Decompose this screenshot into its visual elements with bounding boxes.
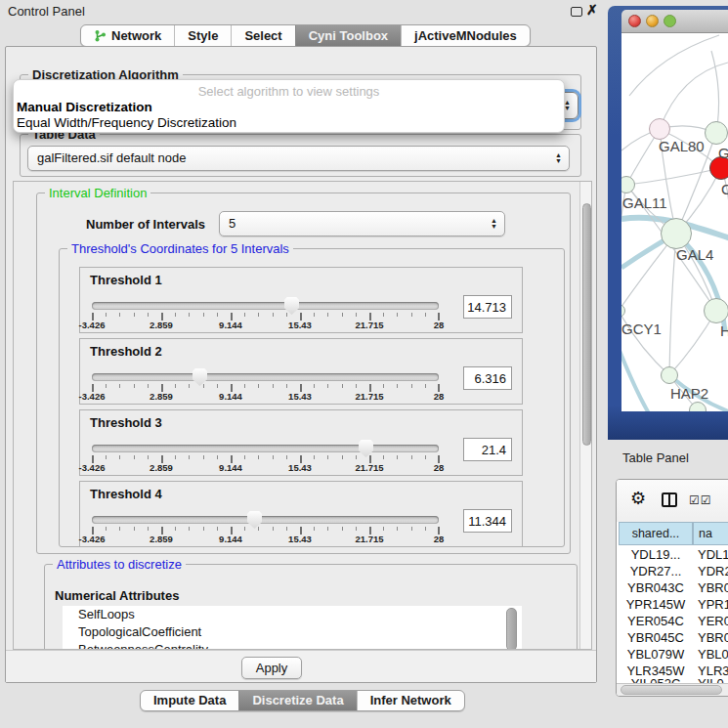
node-label-gal4: GAL4	[676, 246, 713, 263]
settings-scrollbar-thumb[interactable]	[582, 203, 591, 446]
list-item[interactable]: TopologicalCoefficient	[63, 623, 522, 641]
close-panel-icon[interactable]: ✗	[586, 2, 598, 18]
table-cell[interactable]: YDR2	[698, 563, 728, 579]
close-traffic-light-icon[interactable]	[628, 15, 641, 27]
slider-track[interactable]	[92, 516, 439, 524]
table-data-value: galFiltered.sif default node	[37, 150, 186, 165]
column-layout-icon[interactable]	[662, 492, 677, 507]
table-toolbar: ⚙ ☑☑	[617, 480, 728, 522]
tab-cyni-toolbox[interactable]: Cyni Toolbox	[295, 25, 401, 46]
tab-discretize-data-label: Discretize Data	[252, 691, 343, 710]
number-of-intervals-value: 5	[229, 216, 236, 231]
node-gal4[interactable]	[661, 218, 692, 249]
tab-network-label: Network	[111, 25, 161, 46]
apply-button[interactable]: Apply	[241, 657, 302, 679]
node-gal80[interactable]	[649, 118, 670, 140]
interval-definition-group: Interval Definition Number of Intervals …	[36, 193, 571, 554]
table-cell[interactable]: YER0	[698, 613, 728, 629]
numerical-attributes-label: Numerical Attributes	[55, 588, 179, 603]
column-header-name[interactable]: na	[693, 522, 728, 545]
dropdown-hint-option[interactable]: Select algorithm to view settings	[14, 84, 564, 99]
threshold-4-value-field[interactable]: 11.344	[463, 509, 512, 533]
top-tab-bar: Network Style Select Cyni Toolbox jActiv…	[80, 24, 531, 47]
table-cell[interactable]: YBL079W	[619, 646, 693, 663]
slider-ticks	[92, 384, 440, 393]
table-cell[interactable]: YER054C	[619, 613, 693, 629]
slider-track[interactable]	[92, 302, 439, 310]
attributes-to-discretize-group: Attributes to discretize Numerical Attri…	[44, 564, 578, 650]
screenshot-root: Control Panel ✗ Network Style Select Cyn…	[0, 0, 728, 728]
node-label-ga: GA	[718, 145, 728, 161]
stepper-icon: ▲▼	[491, 218, 497, 230]
table-panel-title: Table Panel	[622, 450, 689, 465]
threshold-1-panel: Threshold 1 -3.4262.8599.14415.4321.7152…	[79, 267, 523, 333]
node-ga[interactable]	[705, 121, 728, 145]
table-cell[interactable]: YDL19...	[619, 546, 693, 563]
threshold-2-panel: Threshold 2 -3.4262.8599.14415.4321.7152…	[79, 338, 523, 405]
numerical-attributes-list: SelfLoops TopologicalCoefficient Between…	[63, 606, 522, 650]
table-panel: ⚙ ☑☑ shared... na YDL19...YDL1 YDR27...Y…	[616, 479, 728, 697]
table-cell[interactable]: YPR1	[698, 596, 728, 613]
threshold-3-panel: Threshold 3 -3.4262.8599.14415.4321.7152…	[79, 409, 523, 476]
table-cell[interactable]: YPR145W	[619, 596, 693, 613]
select-columns-icon[interactable]: ☑☑	[689, 493, 712, 507]
table-cell[interactable]: YBL0	[698, 646, 728, 663]
interval-definition-group-title: Interval Definition	[45, 186, 150, 200]
tab-style-label: Style	[188, 25, 218, 46]
table-cell[interactable]: YBR043C	[619, 579, 693, 596]
column-header-shared-name[interactable]: shared...	[619, 522, 693, 545]
threshold-1-slider[interactable]: -3.4262.8599.14415.4321.71528	[92, 268, 440, 334]
table-cell[interactable]: YBR0	[698, 629, 728, 646]
dropdown-option-equal-width-frequency[interactable]: Equal Width/Frequency Discretization	[17, 115, 236, 130]
table-scrollbar-thumb[interactable]	[621, 685, 722, 695]
slider-ticks	[92, 313, 440, 321]
slider-track[interactable]	[92, 445, 439, 452]
minimize-traffic-light-icon[interactable]	[646, 15, 659, 27]
node-label-gal11: GAL11	[622, 194, 667, 211]
tab-select-label: Select	[244, 25, 281, 46]
stepper-icon: ▲▼	[555, 152, 562, 164]
attributes-group-title: Attributes to discretize	[53, 557, 186, 572]
table-cell[interactable]: YDR27...	[619, 563, 693, 579]
threshold-2-slider[interactable]: -3.4262.8599.14415.4321.71528	[92, 339, 440, 406]
threshold-4-panel: Threshold 4 -3.4262.8599.14415.4321.7152…	[79, 481, 523, 547]
threshold-2-value-field[interactable]: 6.316	[463, 366, 512, 390]
tab-impute-data[interactable]: Impute Data	[141, 691, 238, 710]
settings-scrollbar[interactable]	[579, 182, 592, 650]
table-horizontal-scrollbar[interactable]	[617, 683, 728, 696]
list-item[interactable]: SelfLoops	[63, 606, 522, 623]
number-of-intervals-combobox[interactable]: 5 ▲▼	[219, 211, 505, 236]
threshold-1-value-field[interactable]: 14.713	[463, 295, 512, 319]
tab-style[interactable]: Style	[174, 25, 231, 46]
gear-icon[interactable]: ⚙	[630, 488, 646, 508]
list-scrollbar-thumb[interactable]	[506, 608, 517, 650]
dropdown-option-manual-discretization[interactable]: Manual Discretization	[17, 100, 152, 114]
slider-ticks	[92, 455, 440, 464]
tab-select[interactable]: Select	[231, 25, 294, 46]
table-header-row: shared... na	[617, 522, 728, 545]
tab-infer-network[interactable]: Infer Network	[357, 691, 464, 710]
threshold-3-slider[interactable]: -3.4262.8599.14415.4321.71528	[92, 410, 440, 477]
threshold-4-slider[interactable]: -3.4262.8599.14415.4321.71528	[92, 482, 440, 548]
table-cell[interactable]: YDL1	[698, 546, 728, 563]
list-item[interactable]: BetweennessCentrality	[63, 641, 522, 650]
tab-jactivemnodules[interactable]: jActiveMNodules	[401, 25, 530, 46]
table-cell[interactable]: YBR045C	[619, 629, 693, 646]
stepper-icon: ▲▼	[564, 100, 571, 111]
threshold-3-value-field[interactable]: 21.4	[463, 438, 512, 461]
table-cell[interactable]: YBR0	[698, 579, 728, 596]
network-canvas[interactable]: GAL80 GA C GAL11 GAL4 GCY1 H HAP2	[621, 33, 728, 411]
zoom-traffic-light-icon[interactable]	[664, 15, 676, 27]
network-window-titlebar[interactable]	[621, 10, 728, 33]
tab-discretize-data[interactable]: Discretize Data	[238, 691, 356, 710]
bottom-tab-bar: Impute Data Discretize Data Infer Networ…	[140, 690, 465, 711]
tab-network[interactable]: Network	[81, 25, 174, 46]
settings-scrollpane: Interval Definition Number of Intervals …	[13, 181, 592, 650]
node-h[interactable]	[704, 298, 728, 323]
float-panel-icon[interactable]	[571, 7, 582, 17]
tab-infer-network-label: Infer Network	[370, 691, 451, 710]
node-hap2[interactable]	[661, 366, 678, 384]
table-data-combobox[interactable]: galFiltered.sif default node ▲▼	[27, 146, 570, 171]
algorithm-dropdown-popup: Select algorithm to view settings Manual…	[13, 79, 565, 133]
slider-track[interactable]	[92, 373, 439, 381]
